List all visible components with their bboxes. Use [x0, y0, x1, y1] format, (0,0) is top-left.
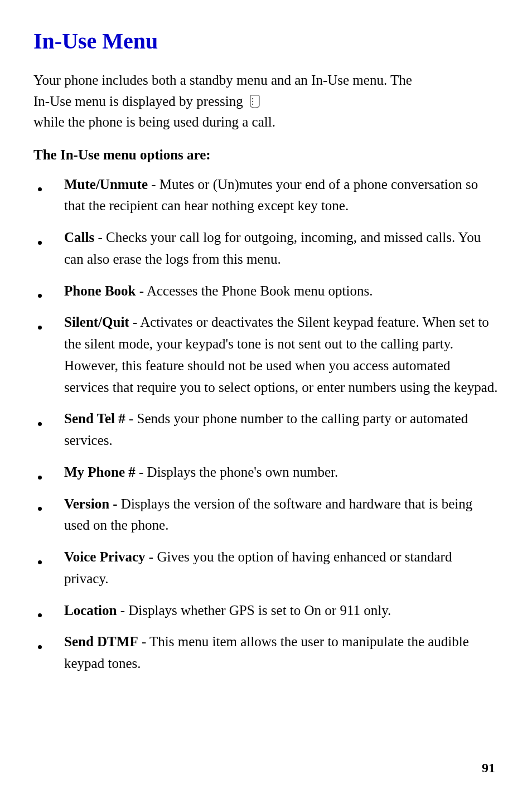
- bullet-icon: [33, 493, 64, 537]
- item-desc: Displays whether GPS is set to On or 911…: [128, 603, 391, 618]
- options-list: Mute/Unmute - Mutes or (Un)mutes your en…: [33, 174, 499, 675]
- item-label: Voice Privacy: [64, 549, 146, 564]
- item-label: Version -: [64, 496, 118, 511]
- bullet-icon: [33, 462, 64, 483]
- item-label: Send DTMF: [64, 634, 138, 649]
- item-sep: -: [136, 283, 147, 298]
- item-desc: Checks your call log for outgoing, incom…: [64, 230, 481, 267]
- list-item: Send Tel # - Sends your phone number to …: [33, 408, 499, 452]
- item-desc: Accesses the Phone Book menu options.: [147, 283, 373, 298]
- item-label: Phone Book: [64, 283, 136, 298]
- list-item: Mute/Unmute - Mutes or (Un)mutes your en…: [33, 174, 499, 217]
- list-item: Silent/Quit - Activates or deactivates t…: [33, 312, 499, 398]
- list-item: Location - Displays whether GPS is set t…: [33, 600, 499, 622]
- list-item: Calls - Checks your call log for outgoin…: [33, 227, 499, 270]
- item-label: Calls: [64, 230, 94, 245]
- item-label: My Phone #: [64, 464, 136, 480]
- intro-paragraph: Your phone includes both a standby menu …: [33, 70, 499, 133]
- item-sep: -: [138, 634, 149, 649]
- bullet-icon: [33, 631, 64, 675]
- item-sep: -: [125, 411, 137, 426]
- intro-line1: Your phone includes both a standby menu …: [33, 70, 499, 91]
- bullet-icon: [33, 227, 64, 270]
- list-item: Phone Book - Accesses the Phone Book men…: [33, 280, 499, 302]
- item-desc: Displays the phone's own number.: [147, 464, 338, 480]
- item-label: Location: [64, 603, 117, 618]
- item-label: Silent/Quit: [64, 314, 129, 330]
- bullet-icon: [33, 546, 64, 590]
- bullet-icon: [33, 408, 64, 452]
- svg-point-0: [252, 98, 253, 99]
- bullet-icon: [33, 600, 64, 622]
- item-sep: -: [146, 549, 157, 564]
- bullet-icon: [33, 312, 64, 398]
- page-title: In-Use Menu: [33, 28, 499, 54]
- list-item: Version - Displays the version of the so…: [33, 493, 499, 537]
- bullet-icon: [33, 280, 64, 302]
- intro-post-icon: while the phone is being used during a c…: [33, 112, 275, 133]
- list-item: My Phone # - Displays the phone's own nu…: [33, 462, 499, 483]
- item-sep: -: [129, 314, 140, 330]
- item-sep: -: [148, 177, 159, 192]
- bullet-icon: [33, 174, 64, 217]
- svg-point-2: [252, 104, 253, 105]
- page-number: 91: [482, 761, 495, 776]
- options-subheading: The In-Use menu options are:: [33, 147, 499, 163]
- item-sep: -: [136, 464, 147, 480]
- intro-pre-icon: In-Use menu is displayed by pressing: [33, 91, 243, 112]
- list-item: Voice Privacy - Gives you the option of …: [33, 546, 499, 590]
- item-label: Mute/Unmute: [64, 177, 148, 192]
- list-item: Send DTMF - This menu item allows the us…: [33, 631, 499, 675]
- svg-point-1: [252, 101, 253, 102]
- item-sep: -: [117, 603, 128, 618]
- item-desc: Displays the version of the software and…: [64, 496, 472, 533]
- item-sep: -: [94, 230, 106, 245]
- item-label: Send Tel #: [64, 411, 125, 426]
- menu-key-icon: [248, 94, 262, 108]
